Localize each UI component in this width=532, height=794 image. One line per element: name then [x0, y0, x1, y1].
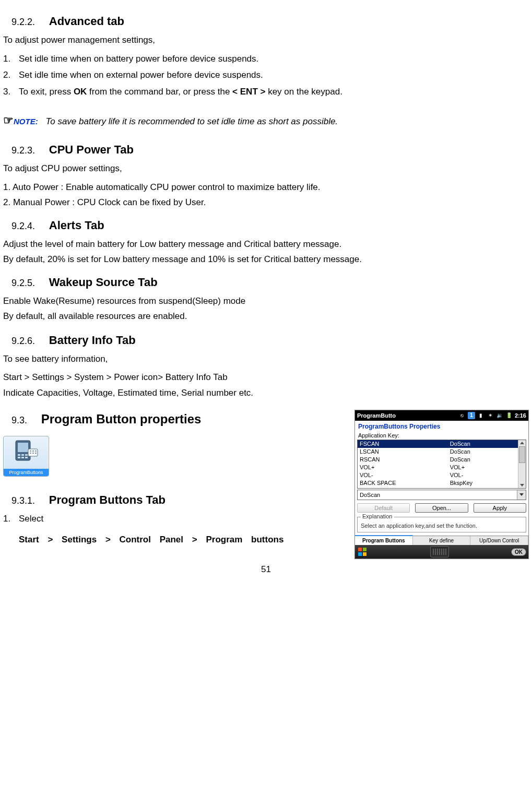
tray-badge: 1	[468, 412, 475, 419]
heading-title: Wakeup Source Tab	[49, 276, 158, 289]
svg-rect-10	[32, 451, 34, 452]
svg-rect-5	[18, 457, 20, 458]
taskbar: OK	[355, 545, 528, 559]
paragraph: By default, all available resources are …	[3, 310, 529, 323]
screenshot-program-buttons: ProgramButto ⎋ 1 ▮ ✶ 🔉 🔋 2:16 ProgramBut…	[354, 410, 529, 559]
svg-rect-12	[30, 453, 31, 454]
ok-button[interactable]: OK	[511, 548, 526, 556]
svg-rect-1	[18, 443, 28, 452]
heading-number: 9.3.1.	[11, 495, 35, 506]
list-item[interactable]: RSCANDoScan	[358, 456, 526, 464]
heading-title: Program Button properties	[41, 412, 202, 426]
svg-rect-6	[21, 457, 24, 458]
note: ☞NOTE: To save battery life it is recomm…	[3, 114, 529, 127]
svg-rect-16	[363, 548, 367, 551]
application-key-label: Application Key:	[355, 431, 528, 440]
paragraph: 1. Auto Power : Enable automatically CPU…	[3, 181, 529, 194]
action-combobox[interactable]: DoScan	[357, 490, 526, 500]
paragraph: By default, 20% is set for Low battery m…	[3, 253, 529, 266]
icon-caption: ProgramButtons	[4, 469, 49, 476]
heading-number: 9.2.3.	[11, 145, 35, 156]
scrollbar-thumb[interactable]	[519, 446, 525, 463]
window-titlebar: ProgramButto ⎋ 1 ▮ ✶ 🔉 🔋 2:16	[355, 410, 528, 421]
heading-title: Advanced tab	[49, 15, 124, 28]
heading-number: 9.2.5.	[11, 278, 35, 289]
page-number: 51	[3, 564, 529, 575]
clock: 2:16	[515, 412, 526, 419]
battery-icon: 🔋	[505, 412, 513, 419]
properties-title: ProgramButtons Properties	[355, 421, 528, 431]
tab-key-define[interactable]: Key define	[413, 536, 471, 545]
group-label: Explanation	[361, 513, 394, 519]
paragraph: To adjust CPU power settings,	[3, 162, 529, 175]
open-button[interactable]: Open...	[415, 503, 468, 513]
note-label: NOTE:	[14, 117, 38, 126]
heading-title: Battery Info Tab	[49, 334, 136, 347]
tab-up-down-control[interactable]: Up/Down Control	[470, 536, 528, 545]
note-text: To save battery life it is recommended t…	[45, 116, 338, 126]
paragraph: 2. Manual Power : CPU Clock can be fixed…	[3, 196, 529, 209]
list-item: 1.Select	[3, 512, 337, 526]
svg-rect-13	[32, 453, 34, 454]
system-tray: ⎋ 1 ▮ ✶ 🔉 🔋 2:16	[398, 412, 526, 419]
scrollbar[interactable]	[518, 440, 526, 488]
heading-923: 9.2.3. CPU Power Tab	[3, 143, 529, 157]
tray-icon: ⎋	[458, 412, 466, 419]
group-text: Select an application key,and set the fu…	[361, 523, 523, 529]
paragraph: Start > Settings > Control Panel > Progr…	[19, 531, 353, 549]
heading-title: CPU Power Tab	[49, 143, 134, 156]
list-item: 2.Set idle time when on external power b…	[3, 68, 529, 82]
default-button[interactable]: Default	[357, 503, 410, 513]
heading-926: 9.2.6. Battery Info Tab	[3, 334, 529, 347]
svg-rect-9	[30, 451, 31, 452]
heading-title: Program Buttons Tab	[49, 493, 165, 506]
keyboard-button[interactable]	[430, 546, 449, 558]
svg-rect-7	[25, 457, 28, 458]
list-item[interactable]: LSCANDoScan	[358, 448, 526, 456]
list-item[interactable]: BACK SPACEBkspKey	[358, 479, 526, 487]
heading-924: 9.2.4. Alerts Tab	[3, 219, 529, 232]
signal-icon: ▮	[477, 412, 484, 419]
chevron-down-icon[interactable]	[517, 490, 526, 500]
windows-logo-icon	[357, 547, 368, 557]
list-item: 1.Set idle time when on battery power be…	[3, 52, 529, 66]
svg-rect-11	[35, 451, 37, 452]
start-button[interactable]	[357, 547, 368, 557]
network-icon: ✶	[487, 412, 494, 419]
heading-number: 9.2.2.	[11, 17, 35, 28]
paragraph: Indicate Capacities, Voltage, Estimated …	[3, 386, 529, 400]
tab-strip: Program Buttons Key define Up/Down Contr…	[355, 536, 528, 545]
heading-number: 9.3.	[11, 415, 27, 426]
paragraph: Adjust the level of main battery for Low…	[3, 238, 529, 251]
svg-rect-2	[18, 454, 20, 456]
svg-rect-3	[21, 454, 24, 456]
heading-925: 9.2.5. Wakeup Source Tab	[3, 276, 529, 289]
svg-rect-15	[358, 548, 362, 551]
tab-program-buttons[interactable]: Program Buttons	[355, 535, 413, 545]
svg-rect-18	[363, 552, 367, 556]
explanation-group: Explanation Select an application key,an…	[357, 517, 526, 532]
list-item: 3.To exit, press OK from the command bar…	[3, 85, 529, 99]
list-item[interactable]: VOL+VOL+	[358, 464, 526, 471]
apply-button[interactable]: Apply	[474, 503, 526, 513]
heading-922: 9.2.2. Advanced tab	[3, 15, 529, 28]
svg-rect-17	[358, 552, 362, 556]
svg-rect-14	[35, 453, 37, 454]
program-buttons-icon-tile: ProgramButtons	[3, 436, 49, 477]
paragraph: To see battery information,	[3, 352, 529, 366]
heading-title: Alerts Tab	[49, 219, 104, 232]
heading-number: 9.2.4.	[11, 221, 35, 232]
paragraph: Start > Settings > System > Power icon> …	[3, 371, 529, 384]
window-title: ProgramButto	[357, 412, 396, 419]
paragraph: Enable Wake(Resume) resources from suspe…	[3, 294, 529, 308]
combobox-value: DoScan	[358, 492, 517, 498]
note-icon: ☞	[3, 114, 14, 127]
svg-rect-4	[25, 454, 28, 456]
paragraph: To adjust power management settings,	[3, 33, 529, 47]
speaker-icon: 🔉	[496, 412, 503, 419]
heading-number: 9.2.6.	[11, 336, 35, 347]
application-key-listbox[interactable]: FSCANDoScan LSCANDoScan RSCANDoScan VOL+…	[357, 440, 526, 489]
device-icon	[13, 439, 40, 463]
list-item[interactable]: FSCANDoScan	[358, 440, 526, 448]
list-item[interactable]: VOL-VOL-	[358, 471, 526, 479]
